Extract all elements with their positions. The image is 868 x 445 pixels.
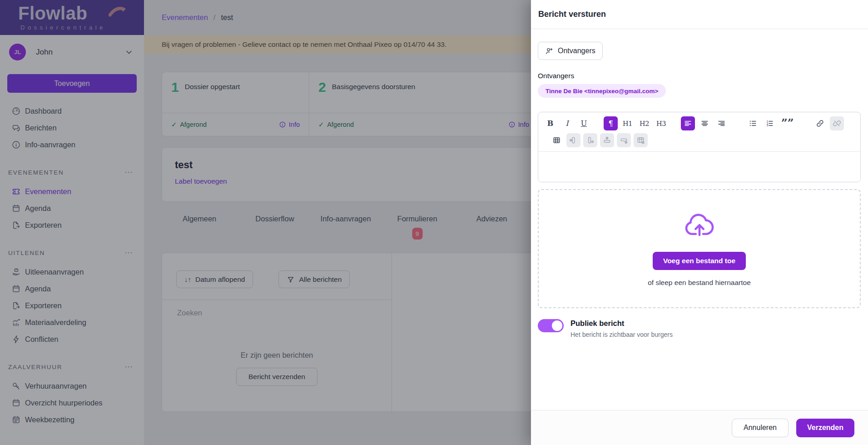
toolbar-row-1: B I U ¶ H1 H2 H3 xyxy=(543,116,855,130)
align-center-icon xyxy=(700,119,709,128)
cancel-button[interactable]: Annuleren xyxy=(732,419,789,437)
delete-table-icon xyxy=(636,136,645,145)
public-message-toggle[interactable] xyxy=(538,319,564,332)
public-message-row: Publiek bericht Het bericht is zichtbaar… xyxy=(538,319,861,338)
recipients-button-label: Ontvangers xyxy=(558,47,595,55)
send-message-drawer: Bericht versturen Ontvangers Ontvangers … xyxy=(531,0,868,445)
blockquote-button[interactable]: ”” xyxy=(779,116,796,130)
bold-button[interactable]: B xyxy=(543,116,557,130)
unlink-button xyxy=(830,116,844,130)
drawer-footer: Annuleren Verzenden xyxy=(531,410,868,445)
drawer-title: Bericht versturen xyxy=(531,0,868,29)
ordered-list-button[interactable] xyxy=(763,116,777,130)
align-left-icon xyxy=(684,119,692,128)
drawer-body: Ontvangers Ontvangers Tinne De Bie <tinn… xyxy=(531,29,868,410)
rich-text-editor: B I U ¶ H1 H2 H3 xyxy=(538,112,861,182)
editor-toolbar: B I U ¶ H1 H2 H3 xyxy=(538,112,860,151)
person-plus-icon xyxy=(545,47,554,55)
delete-table-button xyxy=(634,133,648,147)
add-row-icon xyxy=(603,136,611,145)
toggle-texts: Publiek bericht Het bericht is zichtbaar… xyxy=(570,319,673,338)
h2-button[interactable]: H2 xyxy=(637,116,651,130)
align-center-button[interactable] xyxy=(698,116,712,130)
paragraph-button[interactable]: ¶ xyxy=(604,116,618,130)
table-icon xyxy=(552,136,561,145)
delete-column-icon xyxy=(586,136,595,145)
file-dropzone[interactable]: Voeg een bestand toe of sleep een bestan… xyxy=(538,189,861,308)
toggle-description: Het bericht is zichtbaar voor burgers xyxy=(570,331,673,338)
add-column-button xyxy=(566,133,580,147)
recipient-chip[interactable]: Tinne De Bie <tinnepixeo@gmail.com> xyxy=(538,84,666,98)
dropzone-hint: of sleep een bestand hiernaartoe xyxy=(648,279,751,287)
add-row-button xyxy=(600,133,614,147)
delete-row-button xyxy=(617,133,631,147)
add-column-icon xyxy=(569,136,578,145)
delete-column-button xyxy=(583,133,597,147)
align-left-button[interactable] xyxy=(681,116,695,130)
toggle-label: Publiek bericht xyxy=(570,319,673,328)
recipients-label: Ontvangers xyxy=(538,72,861,80)
unlink-icon xyxy=(833,119,841,128)
toggle-knob xyxy=(552,320,562,331)
app-root: Flowlab Dossiercentrale JL John Toevoege… xyxy=(0,0,868,445)
link-button[interactable] xyxy=(813,116,827,130)
link-icon xyxy=(816,119,824,128)
italic-button[interactable]: I xyxy=(560,116,574,130)
align-right-icon xyxy=(717,119,726,128)
h3-button[interactable]: H3 xyxy=(654,116,668,130)
cloud-upload-icon xyxy=(683,211,716,238)
insert-table-button[interactable] xyxy=(550,133,564,147)
add-file-button[interactable]: Voeg een bestand toe xyxy=(653,252,746,270)
editor-content[interactable] xyxy=(538,151,860,182)
underline-button[interactable]: U xyxy=(577,116,591,130)
submit-button[interactable]: Verzenden xyxy=(796,419,854,437)
bullet-list-button[interactable] xyxy=(746,116,760,130)
h1-button[interactable]: H1 xyxy=(620,116,635,130)
bullet-list-icon xyxy=(749,119,757,128)
recipients-button[interactable]: Ontvangers xyxy=(538,42,603,60)
align-right-button[interactable] xyxy=(714,116,729,130)
ordered-list-icon xyxy=(765,119,774,128)
delete-row-icon xyxy=(620,136,628,145)
toolbar-row-2 xyxy=(543,133,855,147)
